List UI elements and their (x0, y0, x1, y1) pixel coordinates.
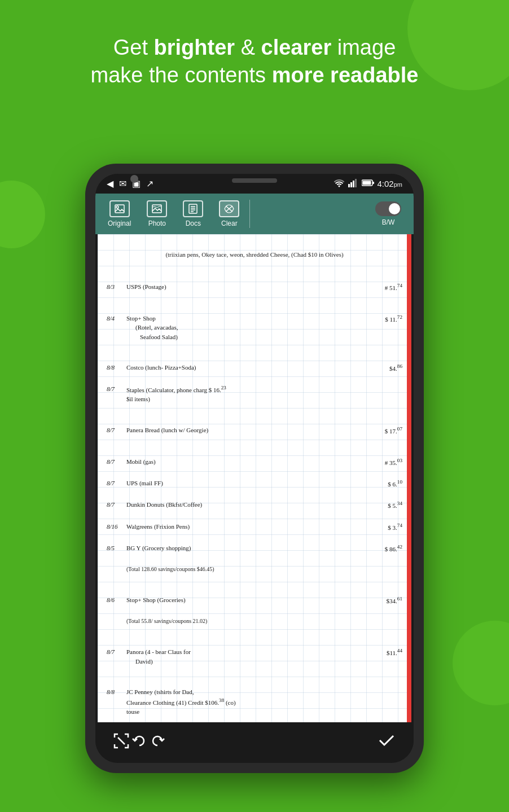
svg-rect-0 (348, 184, 350, 187)
email-icon[interactable]: ✉ (119, 178, 126, 189)
doc-amount-5d: $ 3.74 (368, 522, 402, 532)
doc-entry-7: Panora (4 - bear Claus forDavid) (126, 647, 368, 666)
doc-entry-8: JC Penney (tshirts for Dad,Clearance Clo… (126, 687, 368, 716)
confirm-button[interactable] (376, 730, 397, 755)
doc-line-1: 8/3 USPS (Postage) # 51.74 (107, 282, 402, 292)
wifi-icon (334, 178, 345, 189)
grid-paper-background: (triixian pens, Okey tace, weon, shredde… (98, 234, 411, 722)
bw-toggle[interactable] (375, 201, 401, 216)
doc-entry-5c: Dunkin Donuts (Bkfst/Coffee) (126, 500, 368, 510)
doc-entry-5a: Mobil (gas) (126, 457, 368, 467)
doc-entry-2: Stop+ Shop(Rotel, avacadas,Seafood Salad… (126, 314, 368, 342)
bottom-action-bar (95, 722, 414, 763)
red-margin-strip (407, 234, 411, 722)
doc-amount-5e: $ 86.42 (368, 543, 402, 554)
header-text: Get brighter & clearer image make the co… (0, 34, 509, 90)
doc-line-7: 8/7 Panora (4 - bear Claus forDavid) $11… (107, 647, 402, 666)
doc-date-2: 8/4 (107, 314, 126, 323)
doc-line-5e: 8/5 BG Y (Grocery shopping) $ 86.42 (107, 543, 402, 554)
doc-date-5a: 8/7 (107, 457, 126, 467)
doc-amount-4: $ 17.07 (368, 425, 402, 436)
toolbar-photo[interactable]: Photo (139, 197, 175, 231)
phone-speaker (232, 178, 277, 183)
document-handwritten-content: (triixian pens, Okey tace, weon, shredde… (107, 240, 402, 722)
doc-date-6: 8/6 (107, 595, 126, 605)
back-arrow-icon[interactable]: ◀ (107, 178, 113, 189)
header-image: image (331, 36, 396, 59)
doc-entry-1: USPS (Postage) (126, 282, 368, 292)
doc-amount-5a: # 35.03 (368, 457, 402, 467)
doc-entry-5e: BG Y (Grocery shopping) (126, 543, 368, 553)
doc-line-5b: 8/7 UPS (mail FF) $ 6.10 (107, 479, 402, 489)
doc-line-3b: 8/7 Staples (Calculator, phone charg $ 1… (107, 384, 402, 404)
doc-subtotal-1: (Total 128.60 savings/coupons $46.45) (126, 565, 402, 573)
clear-label: Clear (221, 220, 238, 227)
status-right: 4:02pm (334, 178, 402, 189)
doc-entry-3a: Costco (lunch- Pizza+Soda) (126, 363, 368, 372)
phone-outer-shell: ◀ ✉ ▣ ↗ (85, 164, 424, 773)
docs-label: Docs (186, 220, 201, 227)
doc-amount-5c: $ 5.34 (368, 500, 402, 510)
doc-date-5e: 8/5 (107, 543, 126, 553)
svg-line-17 (118, 738, 125, 744)
phone-screen: ◀ ✉ ▣ ↗ (95, 174, 414, 763)
rotate-left-button[interactable] (130, 732, 148, 754)
status-bar: ◀ ✉ ▣ ↗ (95, 174, 414, 194)
doc-line-5c: 8/7 Dunkin Donuts (Bkfst/Coffee) $ 5.34 (107, 500, 402, 510)
doc-subtotal-2: (Total 55.8/ savings/coupons 21.02) (126, 617, 402, 625)
doc-amount-5b: $ 6.10 (368, 479, 402, 489)
toolbar-bw[interactable]: B/W (367, 198, 409, 230)
image-toolbar: Original Photo (95, 194, 414, 234)
header-clearer: clearer (261, 36, 332, 59)
doc-entry-5d: Walgreens (Frixion Pens) (126, 522, 368, 532)
phone-camera (130, 175, 138, 183)
crop-button[interactable] (112, 732, 130, 754)
doc-line-6: 8/6 Stop+ Shop (Groceries) $34.61 (107, 595, 402, 605)
header-and: & (235, 36, 261, 59)
doc-amount-3a: $4.86 (368, 363, 402, 373)
svg-rect-2 (353, 181, 354, 187)
phone-device: ◀ ✉ ▣ ↗ (85, 164, 424, 773)
svg-rect-3 (355, 179, 357, 187)
header-line2-normal: make the contents (91, 63, 272, 87)
share-icon[interactable]: ↗ (146, 178, 153, 189)
header-brighter: brighter (154, 36, 235, 59)
doc-amount-6: $34.61 (368, 595, 402, 605)
bw-label: B/W (382, 218, 395, 226)
doc-line-5d: 8/16 Walgreens (Frixion Pens) $ 3.74 (107, 522, 402, 532)
battery-icon (362, 179, 374, 188)
doc-date-5c: 8/7 (107, 500, 126, 510)
docs-icon (183, 200, 203, 217)
svg-rect-5 (372, 182, 374, 184)
original-icon (109, 200, 130, 217)
doc-entry-4: Panera Bread (lunch w/ Georgie) (126, 425, 368, 435)
doc-date-5b: 8/7 (107, 479, 126, 488)
photo-icon (147, 200, 167, 217)
doc-line-8: 8/8 JC Penney (tshirts for Dad,Clearance… (107, 687, 402, 716)
doc-entry-3b: Staples (Calculator, phone charg $ 16.23… (126, 384, 368, 404)
svg-rect-6 (362, 181, 371, 185)
original-label: Original (108, 220, 131, 227)
doc-amount-1: # 51.74 (368, 282, 402, 292)
doc-date-3a: 8/8 (107, 363, 126, 372)
doc-date-8: 8/8 (107, 687, 126, 697)
bg-circle-right-bottom (453, 621, 509, 705)
doc-amount-2: $ 11.72 (368, 314, 402, 324)
toolbar-clear[interactable]: Clear (211, 197, 247, 231)
doc-date-7: 8/7 (107, 647, 126, 657)
doc-entry-5b: UPS (mail FF) (126, 479, 368, 488)
svg-rect-1 (350, 182, 352, 187)
rotate-right-button[interactable] (148, 732, 166, 754)
svg-point-8 (116, 206, 119, 208)
document-area: (triixian pens, Okey tace, weon, shredde… (98, 234, 411, 722)
toolbar-original[interactable]: Original (100, 197, 139, 231)
toolbar-divider (249, 200, 250, 228)
doc-date-4: 8/7 (107, 425, 126, 435)
doc-date-3b: 8/7 (107, 384, 126, 394)
photo-label: Photo (148, 220, 166, 227)
signal-icon (348, 178, 358, 189)
toolbar-docs[interactable]: Docs (175, 197, 211, 231)
clear-icon (219, 200, 239, 217)
bg-circle-left (0, 181, 45, 248)
doc-date-5d: 8/16 (107, 522, 126, 532)
